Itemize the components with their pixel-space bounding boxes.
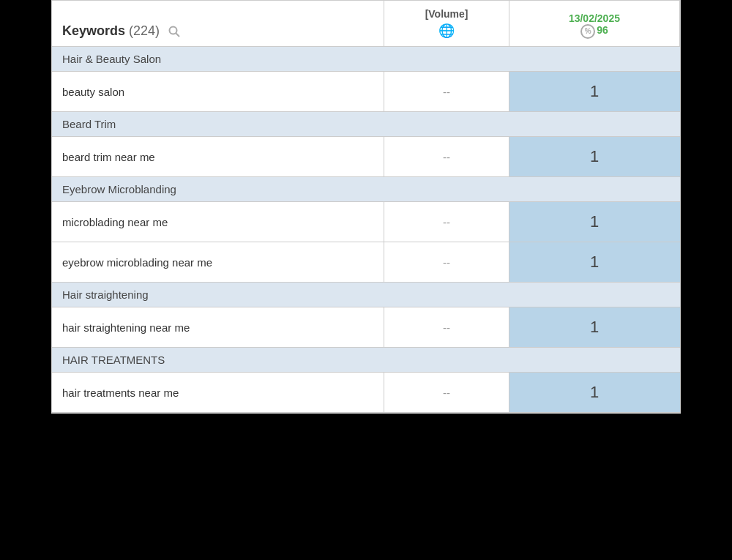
table-row: hair treatments near me--1 (52, 373, 680, 413)
volume-cell: -- (384, 373, 509, 413)
search-icon[interactable] (168, 25, 181, 38)
keywords-label: Keywords (62, 23, 125, 38)
rank-cell: 1 (509, 307, 679, 348)
volume-cell: -- (384, 242, 509, 283)
volume-cell: -- (384, 72, 509, 112)
rank-cell: 1 (509, 137, 679, 177)
rank-cell: 1 (509, 242, 679, 283)
group-row: HAIR TREATMENTS (52, 348, 680, 373)
volume-cell: -- (384, 202, 509, 242)
date-label: 13/02/2025 (569, 12, 620, 24)
keywords-table-container: Keywords (224) [Volume] 🌐 13/02/2025 (51, 0, 681, 414)
keyword-cell: microblading near me (52, 202, 384, 242)
group-row: Hair & Beauty Salon (52, 47, 680, 72)
keyword-cell: beauty salon (52, 72, 384, 112)
keyword-cell: hair straightening near me (52, 307, 384, 348)
rank-cell: 1 (509, 202, 679, 242)
percent-badge: %96 (520, 24, 669, 39)
group-row: Eyebrow Microblanding (52, 177, 680, 202)
globe-icon: 🌐 (395, 23, 498, 39)
table-row: hair straightening near me--1 (52, 307, 680, 348)
keyword-cell: eyebrow microblading near me (52, 242, 384, 283)
percent-icon: % (580, 24, 595, 39)
volume-label: [Volume] (425, 8, 468, 20)
group-name-cell: Beard Trim (52, 112, 680, 137)
percent-value: 96 (597, 24, 608, 36)
group-name-cell: Hair & Beauty Salon (52, 47, 680, 72)
table-header-row: Keywords (224) [Volume] 🌐 13/02/2025 (52, 1, 680, 47)
header-date-cell[interactable]: 13/02/2025 %96 (509, 1, 679, 47)
svg-point-0 (170, 27, 177, 34)
header-keywords-cell: Keywords (224) (52, 1, 384, 47)
keywords-count: (224) (129, 23, 160, 38)
table-row: eyebrow microblading near me--1 (52, 242, 680, 283)
keyword-cell: beard trim near me (52, 137, 384, 177)
group-name-cell: Eyebrow Microblanding (52, 177, 680, 202)
header-volume-cell: [Volume] 🌐 (384, 1, 509, 47)
keyword-cell: hair treatments near me (52, 373, 384, 413)
table-row: beard trim near me--1 (52, 137, 680, 177)
group-name-cell: HAIR TREATMENTS (52, 348, 680, 373)
table-body: Hair & Beauty Salonbeauty salon--1Beard … (52, 47, 680, 413)
volume-cell: -- (384, 307, 509, 348)
rank-cell: 1 (509, 373, 679, 413)
group-row: Hair straightening (52, 283, 680, 307)
svg-line-1 (176, 34, 180, 37)
group-name-cell: Hair straightening (52, 283, 680, 307)
table-row: beauty salon--1 (52, 72, 680, 112)
rank-cell: 1 (509, 72, 679, 112)
table-row: microblading near me--1 (52, 202, 680, 242)
group-row: Beard Trim (52, 112, 680, 137)
volume-cell: -- (384, 137, 509, 177)
